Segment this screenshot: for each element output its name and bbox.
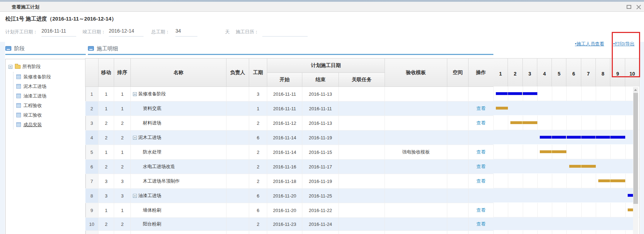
gantt-body [493, 87, 640, 234]
cell-empty [339, 231, 385, 234]
cell-rownum: 9 [85, 203, 99, 218]
vertical-scrollbar[interactable] [633, 87, 638, 234]
gantt-day-header: 4 [537, 58, 552, 87]
cell-space [447, 203, 469, 218]
duration-unit-label: 天 [225, 29, 230, 35]
cell-duration: 2 [249, 218, 267, 231]
row-collapse-icon[interactable] [133, 136, 137, 140]
worker-view-link[interactable]: •施工人员查看 [575, 41, 604, 47]
cell-related-task [339, 130, 385, 145]
cell-owner [226, 160, 249, 174]
cell-empty [302, 231, 339, 234]
view-link[interactable]: 查看 [476, 178, 486, 184]
cell-start-date: 2016-11-14 [267, 145, 302, 160]
task-name: 阳台粉刷 [143, 221, 161, 227]
cell-end-date: 2016-11-19 [302, 174, 339, 189]
total-duration-value[interactable]: 34 [175, 28, 197, 37]
cell-rownum: 5 [85, 145, 99, 160]
cell-action [469, 189, 494, 203]
cell-acceptance-template [385, 87, 447, 101]
construction-calendar-value[interactable] [262, 28, 308, 37]
tree-item-label: 竣工验收 [23, 112, 42, 118]
print-export-link[interactable]: •打印/导出 [613, 41, 634, 47]
gantt-day-header: 7 [581, 58, 596, 87]
view-link[interactable]: 查看 [476, 149, 486, 155]
gantt-header: 12345678910 [493, 58, 640, 87]
view-link[interactable]: 查看 [476, 120, 486, 126]
task-name: 墙体粉刷 [143, 207, 161, 213]
cell-action [469, 130, 494, 145]
cell-name: 材料进场 [131, 116, 226, 130]
tree-item-label: 成品安装 [23, 122, 42, 127]
task-name: 材料进场 [143, 120, 161, 126]
table-row: 833油漆工进场62016-11-202016-11-25 [85, 189, 494, 203]
maximize-icon[interactable] [626, 4, 632, 10]
cell-related-task [339, 218, 385, 231]
table-row: 111装修准备阶段32016-11-112016-11-13 [85, 87, 494, 101]
cell-related-task [339, 203, 385, 218]
gantt-row [493, 203, 639, 217]
view-link[interactable]: 查看 [476, 106, 486, 111]
cell-related-task [339, 87, 385, 101]
cell-acceptance-template [385, 101, 447, 116]
tree-item[interactable]: 泥木工进场 [16, 82, 51, 91]
cell-name: 装修准备阶段 [131, 87, 226, 101]
scrollbar-up-arrow-icon[interactable] [633, 87, 638, 93]
cell-empty [85, 231, 99, 234]
row-collapse-icon[interactable] [133, 92, 137, 96]
gantt-day-header: 2 [508, 58, 522, 87]
tree-item[interactable]: 油漆工进场 [16, 91, 51, 101]
cell-name: 木工进场吊顶制作 [131, 174, 226, 189]
view-link[interactable]: 查看 [476, 164, 486, 169]
col-rownum [85, 58, 99, 87]
view-link[interactable]: 查看 [476, 221, 486, 227]
table-row: 422泥木工进场62016-11-142016-11-19 [85, 130, 494, 145]
cell-action: 查看 [469, 116, 494, 130]
gantt-row [493, 217, 633, 230]
tree-item-label: 工程验收 [23, 103, 42, 108]
cell-end-date: 2016-11-11 [302, 101, 339, 116]
col-related: 关联任务 [339, 73, 385, 87]
cell-action: 查看 [469, 160, 494, 174]
cell-end-date: 2016-11-24 [302, 218, 339, 231]
cell-name: 资料交底 [131, 101, 226, 116]
cell-order: 3 [114, 189, 131, 203]
cell-rownum: 2 [85, 101, 99, 116]
table-row: 511防水处理22016-11-142016-11-15强电验收模板查看 [85, 145, 494, 160]
task-name: 水电工进场改造 [143, 164, 175, 169]
cell-empty [267, 231, 302, 234]
cell-empty [385, 231, 447, 234]
stage-grid-icon [16, 113, 21, 117]
tree-item[interactable]: 竣工验收 [16, 110, 51, 120]
cell-duration: 1 [249, 101, 267, 116]
cell-name: 油漆工进场 [131, 189, 226, 203]
task-name: 装修准备阶段 [138, 91, 166, 96]
total-duration-label: 总工期： [151, 29, 170, 35]
cell-duration: 6 [249, 189, 267, 203]
row-collapse-icon[interactable] [133, 194, 137, 198]
cell-empty [469, 231, 494, 234]
cell-order: 1 [114, 145, 131, 160]
close-icon[interactable] [635, 4, 642, 10]
gantt-bar-gold [496, 107, 508, 110]
cell-related-task [339, 160, 385, 174]
stage-grid-icon [16, 122, 21, 127]
collapse-icon[interactable] [9, 65, 12, 69]
view-link[interactable]: 查看 [476, 207, 486, 213]
scrollbar-thumb[interactable] [633, 93, 638, 204]
tree-item[interactable]: 装修准备阶段 [16, 72, 51, 82]
cell-empty [447, 231, 469, 234]
cell-space [447, 130, 469, 145]
completion-date-value[interactable]: 2016-12-14 [109, 28, 144, 37]
col-space: 空间 [447, 58, 469, 87]
task-name: 资料交底 [143, 106, 161, 111]
stage-grid-icon [16, 103, 21, 108]
cell-related-task [339, 101, 385, 116]
cell-order: 2 [114, 130, 131, 145]
folder-icon [15, 65, 21, 69]
tree-item[interactable]: 工程验收 [16, 101, 51, 110]
tree-item[interactable]: 成品安装 [16, 120, 51, 129]
tree-root-item[interactable]: 所有阶段 [9, 63, 41, 71]
cell-name: 泥木工进场 [131, 130, 226, 145]
plan-start-date-value[interactable]: 2016-11-11 [41, 28, 76, 37]
